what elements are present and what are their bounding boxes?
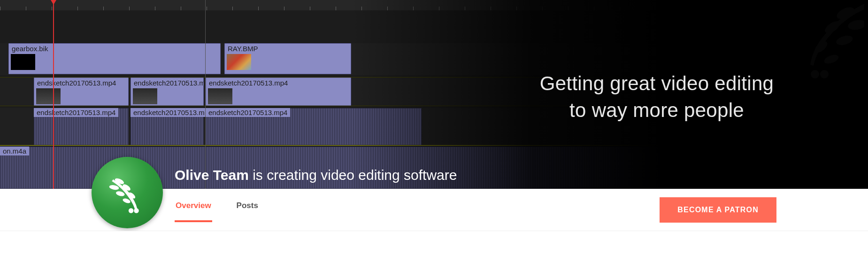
timeline-divider (205, 0, 206, 189)
svg-point-11 (115, 190, 125, 197)
creator-suffix: is creating video editing software (249, 167, 457, 183)
timeline-clip: endsketch20170513.mp4 (206, 77, 351, 106)
timeline-clip: RAY.BMP (224, 43, 351, 74)
svg-point-15 (128, 208, 133, 213)
clip-label: endsketch20170513.m (131, 108, 207, 117)
creator-name: Olive Team (175, 167, 249, 183)
timeline-clip: endsketch20170513.m (131, 77, 204, 106)
clip-thumbnail (11, 54, 35, 70)
cta-label: BECOME A PATRON (677, 206, 759, 214)
clip-thumbnail (36, 88, 61, 104)
svg-point-14 (134, 208, 138, 213)
clip-thumbnail (208, 88, 232, 104)
playhead (53, 0, 54, 189)
timeline-ruler (0, 0, 868, 10)
timeline-clip: gearbox.bik (8, 43, 221, 74)
tagline-line-2: to way more people (492, 97, 821, 124)
hero-tagline: Getting great video editing to way more … (492, 70, 821, 124)
page-navbar: OverviewPosts BECOME A PATRON (0, 189, 868, 231)
timeline-clip: endsketch20170513.mp4 (34, 77, 129, 106)
avatar[interactable] (92, 157, 163, 228)
clip-label: endsketch20170513.mp4 (206, 108, 290, 117)
tagline-line-1: Getting great video editing (492, 70, 821, 97)
become-patron-button[interactable]: BECOME A PATRON (660, 197, 776, 223)
creator-title: Olive Team is creating video editing sof… (175, 167, 457, 183)
clip-label: on.m4a (0, 147, 29, 155)
clip-label: endsketch20170513.mp4 (34, 108, 118, 117)
clip-thumbnail (133, 88, 157, 104)
clip-thumbnail (227, 54, 251, 70)
olive-branch-icon (105, 170, 150, 215)
tab-posts[interactable]: Posts (236, 196, 259, 224)
tabs: OverviewPosts (175, 196, 259, 224)
tab-overview[interactable]: Overview (175, 196, 212, 224)
